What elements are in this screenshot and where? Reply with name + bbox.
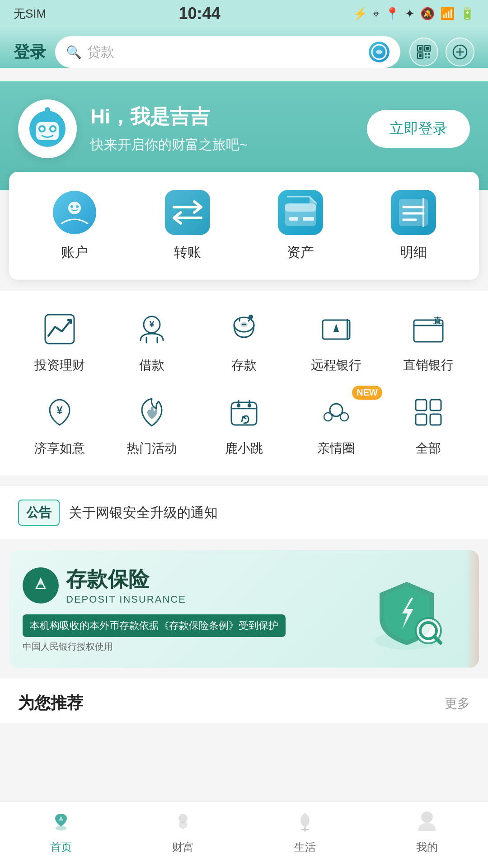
svg-point-25 bbox=[76, 205, 79, 208]
usb-icon: ⚡ bbox=[353, 7, 367, 21]
nav-item-detail[interactable]: 明细 bbox=[357, 190, 470, 262]
recommend-section: 为您推荐 更多 bbox=[0, 679, 488, 723]
service-investment[interactable]: 投资理财 bbox=[18, 309, 101, 374]
svg-point-63 bbox=[324, 413, 332, 421]
account-icon bbox=[52, 190, 97, 235]
announcement-section[interactable]: 公告 关于网银安全升级的通知 bbox=[0, 486, 488, 539]
fingerprint-icon: ⌖ bbox=[373, 7, 380, 21]
nav-mine[interactable]: 我的 bbox=[366, 809, 488, 854]
family-circle-label: 亲情圈 bbox=[317, 440, 355, 457]
bottom-nav: 首页 财富 生活 我的 bbox=[0, 802, 488, 868]
service-lu-tiao[interactable]: 鹿小跳 bbox=[202, 392, 286, 457]
loan-label: 借款 bbox=[139, 357, 164, 374]
service-loan[interactable]: ¥ 借款 bbox=[110, 309, 193, 374]
add-button[interactable] bbox=[446, 38, 474, 66]
quick-nav-card: 账户 转账 bbox=[9, 172, 479, 280]
loan-icon: ¥ bbox=[131, 309, 172, 349]
svg-point-80 bbox=[56, 826, 66, 830]
svg-rect-7 bbox=[425, 53, 427, 55]
deposit-title-block: 存款保险 DEPOSIT INSURANCE bbox=[66, 566, 186, 605]
deposit-label: 存款 bbox=[231, 357, 257, 374]
nav-life[interactable]: 生活 bbox=[244, 809, 366, 854]
svg-marker-50 bbox=[333, 324, 339, 332]
nav-item-transfer[interactable]: 转账 bbox=[131, 190, 244, 262]
svg-rect-6 bbox=[419, 54, 422, 57]
qr-scan-button[interactable] bbox=[409, 38, 438, 66]
carrier-text: 无SIM bbox=[14, 6, 46, 22]
svg-point-24 bbox=[70, 205, 73, 208]
status-icons: ⚡ ⌖ 📍 ✦ 🔕 📶 🔋 bbox=[353, 7, 474, 21]
jixiang-label: 济享如意 bbox=[34, 440, 85, 457]
svg-point-23 bbox=[68, 202, 81, 214]
svg-rect-4 bbox=[419, 47, 422, 50]
transfer-label: 转账 bbox=[174, 243, 201, 262]
svg-point-19 bbox=[51, 127, 55, 131]
jixiang-icon: ¥ bbox=[39, 392, 80, 433]
svg-rect-29 bbox=[285, 203, 316, 212]
svg-point-21 bbox=[45, 107, 50, 113]
search-bar[interactable]: 🔍 贷款 bbox=[55, 36, 400, 68]
silent-icon: 🔕 bbox=[420, 7, 435, 21]
service-family-circle[interactable]: NEW 亲情圈 bbox=[295, 392, 378, 457]
nav-item-asset[interactable]: 资产 bbox=[244, 190, 357, 262]
all-label: 全部 bbox=[416, 440, 441, 457]
deposit-desc: 本机构吸收的本外币存款依据《存款保险条例》受到保护 bbox=[23, 614, 286, 637]
svg-rect-68 bbox=[430, 400, 441, 410]
investment-icon bbox=[39, 309, 80, 349]
announcement-tag: 公告 bbox=[18, 500, 60, 526]
all-icon bbox=[408, 392, 449, 433]
transfer-icon bbox=[165, 190, 210, 235]
service-deposit[interactable]: 存款 bbox=[202, 309, 286, 374]
svg-rect-26 bbox=[165, 190, 210, 235]
service-direct-bank[interactable]: 直 直销银行 bbox=[387, 309, 470, 374]
asset-label: 资产 bbox=[287, 243, 314, 262]
svg-rect-8 bbox=[428, 53, 430, 55]
svg-point-46 bbox=[249, 315, 253, 319]
svg-rect-31 bbox=[303, 217, 314, 221]
svg-text:¥: ¥ bbox=[149, 319, 155, 329]
deposit-banner[interactable]: 存款保险 DEPOSIT INSURANCE 本机构吸收的本外币存款依据《存款保… bbox=[9, 550, 479, 668]
service-remote-bank[interactable]: 远程银行 bbox=[295, 309, 378, 374]
service-jixiang[interactable]: ¥ 济享如意 bbox=[18, 392, 101, 457]
svg-rect-69 bbox=[416, 414, 427, 425]
account-label: 账户 bbox=[61, 243, 88, 262]
svg-text:直: 直 bbox=[433, 316, 442, 326]
login-link[interactable]: 登录 bbox=[14, 41, 46, 63]
services-section: 投资理财 ¥ 借款 bbox=[0, 291, 488, 475]
search-input[interactable]: 贷款 bbox=[87, 43, 363, 61]
direct-bank-label: 直销银行 bbox=[403, 357, 454, 374]
service-hot-activity[interactable]: 热门活动 bbox=[110, 392, 193, 457]
svg-point-64 bbox=[340, 413, 348, 421]
mine-nav-icon bbox=[416, 809, 438, 836]
nav-wealth[interactable]: 财富 bbox=[122, 809, 244, 854]
life-nav-icon bbox=[294, 809, 316, 836]
svg-rect-5 bbox=[426, 47, 429, 50]
status-bar: 无SIM 10:44 ⚡ ⌖ 📍 ✦ 🔕 📶 🔋 bbox=[0, 0, 488, 27]
wealth-nav-label: 财富 bbox=[172, 840, 194, 854]
service-all[interactable]: 全部 bbox=[387, 392, 470, 457]
banner-content-right bbox=[348, 559, 465, 659]
login-now-button[interactable]: 立即登录 bbox=[367, 110, 470, 148]
banner-logo-area: 存款保险 DEPOSIT INSURANCE bbox=[23, 566, 348, 605]
recommend-title: 为您推荐 bbox=[18, 692, 83, 714]
asset-icon bbox=[278, 190, 323, 235]
location-icon: 📍 bbox=[385, 7, 399, 21]
svg-rect-67 bbox=[416, 400, 427, 410]
detail-icon bbox=[391, 190, 436, 235]
remote-bank-label: 远程银行 bbox=[311, 357, 361, 374]
wifi-icon: 📶 bbox=[440, 7, 455, 21]
deposit-subtitle: DEPOSIT INSURANCE bbox=[66, 594, 186, 605]
hero-subtitle: 快来开启你的财富之旅吧~ bbox=[90, 136, 353, 154]
time-text: 10:44 bbox=[179, 4, 221, 23]
nav-item-account[interactable]: 账户 bbox=[18, 190, 131, 262]
svg-rect-30 bbox=[289, 217, 298, 221]
remote-bank-icon bbox=[316, 309, 357, 349]
recommend-more-link[interactable]: 更多 bbox=[445, 695, 470, 712]
nav-home[interactable]: 首页 bbox=[0, 809, 122, 854]
hero-title: Hi，我是吉吉 bbox=[90, 104, 353, 130]
battery-icon: 🔋 bbox=[460, 7, 474, 21]
deposit-note: 中国人民银行授权使用 bbox=[23, 641, 348, 653]
lu-tiao-label: 鹿小跳 bbox=[225, 440, 263, 457]
hot-activity-icon bbox=[131, 392, 172, 433]
hero-text: Hi，我是吉吉 快来开启你的财富之旅吧~ bbox=[90, 104, 353, 154]
